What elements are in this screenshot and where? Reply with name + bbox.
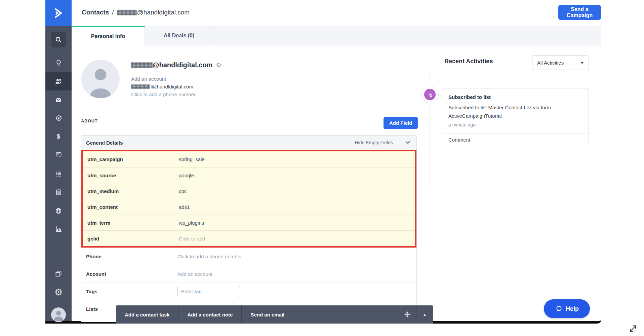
add-contact-note-button[interactable]: Add a contact note: [178, 305, 242, 324]
field-row-utm-term[interactable]: utm_term wp_plugins: [83, 215, 415, 230]
field-label: utm_source: [83, 173, 179, 178]
tab-personal-info[interactable]: Personal Info: [72, 26, 145, 45]
person-icon: [81, 61, 120, 98]
help-button[interactable]: Help: [544, 299, 590, 318]
screenshot-stage: $: [0, 0, 644, 336]
sidebar-item-forms[interactable]: [45, 183, 72, 201]
activity-timestamp: a minute ago: [448, 122, 476, 127]
add-contact-task-button[interactable]: Add a contact task: [116, 305, 178, 324]
sidebar-item-contacts[interactable]: [45, 72, 72, 90]
sidebar-search-button[interactable]: [51, 32, 66, 47]
field-value[interactable]: cpc: [179, 188, 187, 194]
sidebar-item-website[interactable]: [45, 202, 72, 220]
sidebar-item-site-tracking[interactable]: [45, 53, 72, 72]
contact-avatar: [81, 60, 120, 98]
card-arrow: [440, 92, 446, 98]
field-value-placeholder[interactable]: Click to add a phone number: [177, 254, 242, 259]
help-chat-icon: [555, 305, 563, 313]
field-row-phone[interactable]: Phone Click to add a phone number: [81, 248, 416, 265]
breadcrumb-contacts[interactable]: Contacts: [82, 9, 109, 16]
windows-icon: [54, 270, 63, 278]
field-row-utm-medium[interactable]: utm_medium cpc: [83, 183, 415, 199]
top-header: Contacts / @handldigital.com Send a Camp…: [72, 0, 601, 26]
gear-icon: ⚙: [54, 288, 63, 297]
contact-action-bar: Add a contact task Add a contact note Se…: [116, 305, 433, 324]
bar-chart-icon: [54, 225, 63, 233]
automation-icon: [55, 114, 63, 122]
lightbulb-icon: [55, 59, 63, 67]
general-details-header: General Details Hide Empty Fields: [81, 136, 416, 150]
send-email-button[interactable]: Send an email: [242, 305, 293, 324]
redacted-contact-name: [131, 62, 153, 68]
search-icon: [54, 36, 63, 44]
add-field-button[interactable]: Add Field: [384, 117, 418, 129]
field-label: Account: [81, 271, 177, 277]
dollar-icon: $: [54, 133, 63, 141]
sidebar-item-apps[interactable]: [45, 265, 72, 283]
field-row-gclid[interactable]: gclid Click to add: [83, 230, 415, 246]
about-section-title: ABOUT: [81, 118, 97, 123]
field-row-utm-source[interactable]: utm_source google: [83, 167, 415, 183]
field-value-placeholder[interactable]: Add an account: [177, 271, 212, 277]
hide-empty-fields-link[interactable]: Hide Empty Fields: [355, 136, 393, 150]
user-avatar[interactable]: [51, 307, 66, 322]
help-label: Help: [566, 305, 579, 312]
field-label: utm_term: [83, 220, 179, 226]
field-label: utm_campaign: [83, 156, 179, 162]
sidebar-item-conversations[interactable]: [45, 146, 72, 164]
tab-all-deals[interactable]: All Deals (0): [145, 26, 213, 45]
sidebar-item-lists[interactable]: [45, 165, 72, 183]
add-account-link[interactable]: Add an account: [131, 76, 166, 82]
app-window: $: [45, 0, 601, 324]
field-value-placeholder[interactable]: Click to add: [179, 236, 205, 241]
tags-input[interactable]: [177, 286, 240, 297]
sidebar-item-settings[interactable]: ⚙: [45, 283, 72, 301]
breadcrumb: Contacts / @handldigital.com: [82, 9, 190, 16]
action-bar-spacer: [293, 305, 399, 324]
add-phone-link[interactable]: Click to add a phone number: [131, 91, 196, 97]
contact-email: l@handldigital.com: [131, 84, 193, 89]
field-value[interactable]: google: [179, 173, 194, 178]
triangle-up-icon: ▲: [423, 312, 427, 316]
field-value[interactable]: spring_sale: [179, 156, 205, 162]
activity-badge: [421, 86, 439, 103]
activity-card: Subscribed to list Subscribed to list Ma…: [443, 88, 589, 145]
field-row-utm-content[interactable]: utm_content ads1: [83, 199, 415, 215]
field-value[interactable]: wp_plugins: [179, 220, 204, 226]
sidebar-item-deals[interactable]: $: [45, 127, 72, 146]
recent-activities-title: Recent Activities: [444, 58, 493, 65]
person-icon: [51, 307, 66, 322]
activity-description: Subscribed to list Master Contact List v…: [448, 103, 582, 120]
sidebar-item-automations[interactable]: [45, 109, 72, 127]
field-label: gclid: [83, 236, 179, 241]
collapse-action-bar-button[interactable]: ▲: [416, 305, 433, 324]
field-row-tags: Tags: [81, 283, 416, 300]
field-label: Phone: [81, 254, 177, 259]
comment-input[interactable]: Comment: [448, 137, 584, 143]
expand-diagonal-icon[interactable]: [627, 323, 639, 334]
tab-bar: Personal Info All Deals (0): [72, 26, 601, 45]
breadcrumb-separator: /: [112, 9, 114, 16]
contacts-icon: [54, 77, 63, 85]
globe-icon: [54, 207, 63, 215]
utm-fields-highlight-box: utm_campaign spring_sale utm_source goog…: [81, 150, 416, 248]
contact-name-domain: @handldigital.com: [153, 61, 212, 69]
redacted-contact-name: [117, 10, 137, 15]
drag-handle[interactable]: [399, 305, 416, 324]
chat-bubble-icon: [55, 151, 63, 159]
contact-settings-gear-icon[interactable]: ⚙: [216, 62, 221, 69]
field-row-account[interactable]: Account Add an account: [81, 265, 416, 283]
field-value[interactable]: ads1: [179, 204, 190, 210]
send-campaign-button[interactable]: Send a Campaign: [558, 5, 601, 20]
sidebar-item-campaigns[interactable]: [45, 91, 72, 109]
panel-title: General Details: [81, 140, 123, 146]
sidebar-item-reports[interactable]: [45, 220, 72, 238]
activecampaign-logo[interactable]: [45, 0, 72, 26]
field-row-utm-campaign[interactable]: utm_campaign spring_sale: [83, 151, 415, 167]
contact-display-name: @handldigital.com ⚙: [131, 61, 222, 69]
chevron-down-icon: [406, 141, 410, 144]
card-divider: [443, 133, 589, 134]
document-icon: [55, 188, 63, 196]
activities-filter-dropdown[interactable]: All Activities: [532, 55, 589, 70]
collapse-panel-button[interactable]: [399, 136, 416, 150]
